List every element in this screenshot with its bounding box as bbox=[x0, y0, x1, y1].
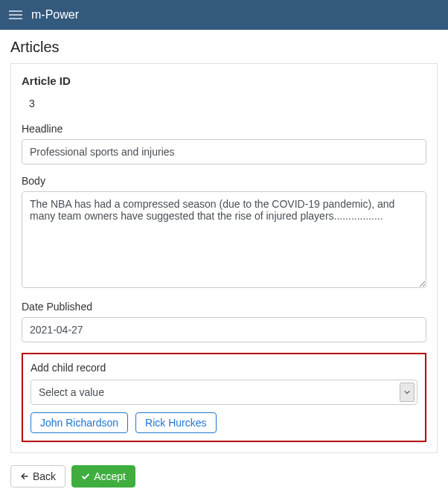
back-button[interactable]: Back bbox=[10, 465, 65, 488]
check-icon bbox=[81, 472, 90, 481]
arrow-left-icon bbox=[20, 472, 29, 481]
page-title: Articles bbox=[10, 39, 438, 56]
headline-input[interactable] bbox=[22, 139, 426, 164]
date-published-label: Date Published bbox=[22, 301, 426, 313]
back-button-label: Back bbox=[33, 470, 56, 482]
field-headline: Headline bbox=[22, 123, 426, 164]
page: Articles Article ID 3 Headline Body Date… bbox=[0, 30, 448, 489]
field-body: Body bbox=[22, 175, 426, 290]
navbar-title: m-Power bbox=[31, 8, 79, 22]
child-record-section: Add child record Select a value John Ric… bbox=[22, 353, 426, 442]
chip-rick-hurckes[interactable]: Rick Hurckes bbox=[135, 412, 216, 433]
navbar: m-Power bbox=[0, 0, 448, 30]
body-textarea[interactable] bbox=[22, 191, 426, 288]
article-id-label: Article ID bbox=[22, 74, 426, 87]
accept-button[interactable]: Accept bbox=[71, 465, 135, 488]
chip-john-richardson[interactable]: John Richardson bbox=[31, 412, 128, 433]
date-published-input[interactable] bbox=[22, 317, 426, 342]
field-date-published: Date Published bbox=[22, 301, 426, 342]
button-row: Back Accept bbox=[10, 465, 438, 488]
child-record-label: Add child record bbox=[31, 362, 417, 374]
field-article-id: Article ID 3 bbox=[22, 74, 426, 112]
child-record-select[interactable]: Select a value bbox=[31, 380, 417, 405]
accept-button-label: Accept bbox=[94, 470, 126, 482]
article-id-value: 3 bbox=[22, 95, 426, 112]
child-record-chips: John Richardson Rick Hurckes bbox=[31, 412, 417, 433]
body-label: Body bbox=[22, 175, 426, 187]
form-card: Article ID 3 Headline Body Date Publishe… bbox=[10, 63, 438, 453]
headline-label: Headline bbox=[22, 123, 426, 135]
menu-icon[interactable] bbox=[9, 10, 22, 19]
